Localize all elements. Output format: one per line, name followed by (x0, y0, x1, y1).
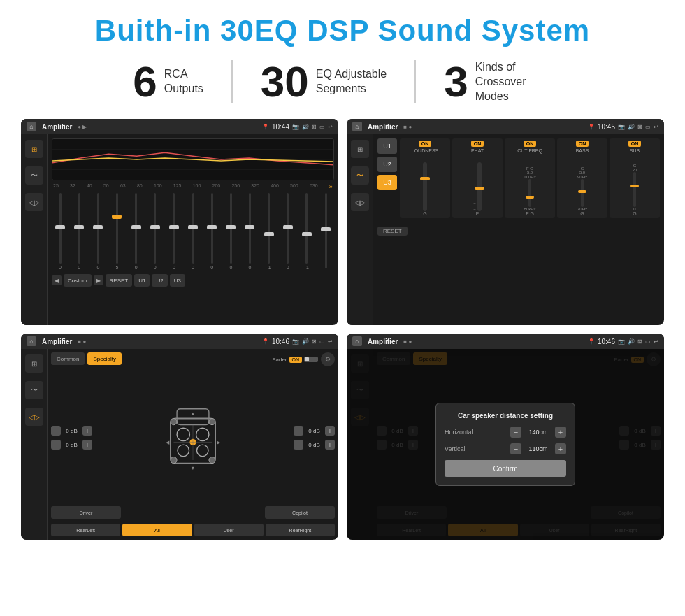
horizontal-minus-btn[interactable]: − (510, 427, 521, 438)
home-icon-4[interactable]: ⌂ (352, 336, 362, 346)
vertical-minus-btn[interactable]: − (510, 443, 521, 454)
fader-on-btn[interactable]: ON (289, 357, 303, 363)
phat-label: PHAT (471, 148, 484, 153)
right-bot-plus[interactable]: + (325, 440, 335, 450)
eq-slider-12[interactable]: -1 (261, 193, 277, 270)
eq-slider-11[interactable]: 0 (241, 193, 258, 270)
vertical-row: Vertical − 110cm + (445, 443, 566, 454)
svg-point-8 (178, 445, 189, 457)
stat-rca-label: RCAOutputs (164, 67, 203, 96)
u3-btn[interactable]: U3 (377, 175, 397, 190)
horizontal-value: 140cm (524, 429, 552, 436)
all-btn[interactable]: All (122, 524, 192, 536)
side-eq-btn-2[interactable]: ⊞ (351, 140, 369, 158)
horizontal-label: Horizontal (445, 429, 473, 436)
confirm-btn[interactable]: Confirm (445, 460, 566, 477)
location-icon-3: 📍 (262, 338, 269, 345)
wave-btn[interactable]: 〜 (25, 166, 43, 185)
specialty-tab[interactable]: Specialty (87, 352, 121, 365)
right-top-plus[interactable]: + (325, 426, 335, 436)
eq-slider-9[interactable]: 0 (203, 193, 220, 270)
speaker-layout: − 0 dB + − 0 dB + (51, 372, 335, 503)
left-top-value: 0 dB (63, 428, 80, 434)
eq-u2-btn[interactable]: U2 (152, 274, 167, 287)
eq-bottom-bar: ◀ Custom ▶ RESET U1 U2 U3 (52, 273, 334, 288)
home-icon-3[interactable]: ⌂ (27, 336, 36, 346)
loudness-on[interactable]: ON (419, 141, 432, 147)
side-wave-btn-3[interactable]: 〜 (25, 381, 43, 399)
left-bot-plus[interactable]: + (82, 440, 92, 450)
amplifier-title-1: Amplifier (42, 123, 72, 131)
home-icon-1[interactable]: ⌂ (27, 122, 36, 131)
left-bot-minus[interactable]: − (51, 440, 61, 450)
eq-slider-15[interactable] (317, 193, 334, 270)
status-bar-1: ⌂ Amplifier ● ▶ 📍 10:44 📷🔊⊠▭↩ (21, 119, 338, 134)
right-top-minus[interactable]: − (294, 426, 303, 436)
left-vol-top: − 0 dB + (51, 426, 92, 436)
eq-slider-7[interactable]: 0 (166, 193, 182, 270)
eq-custom-btn[interactable]: Custom (64, 274, 92, 287)
volume-btn[interactable]: ◁▷ (25, 193, 43, 211)
eq-slider-10[interactable]: 0 (222, 193, 239, 270)
home-icon-2[interactable]: ⌂ (352, 122, 362, 131)
eq-next-btn[interactable]: ▶ (94, 275, 103, 285)
driver-btn[interactable]: Driver (51, 506, 121, 519)
vertical-control: − 110cm + (510, 443, 566, 454)
cutfreq-on[interactable]: ON (524, 141, 537, 147)
bass-on[interactable]: ON (576, 141, 589, 147)
eq-slider-5[interactable]: 0 (128, 193, 145, 270)
side-eq-btn-3[interactable]: ⊞ (25, 354, 43, 373)
phat-slider[interactable] (477, 162, 482, 211)
speaker-tabs: Common Specialty Fader ON ⚙ (51, 352, 335, 366)
cutfreq-slider[interactable] (528, 179, 531, 207)
sub-on[interactable]: ON (628, 141, 642, 147)
stat-rca-number: 6 (133, 60, 157, 103)
eq-slider-6[interactable]: 0 (147, 193, 164, 270)
right-top-value: 0 dB (305, 428, 323, 434)
loudness-val: G (423, 211, 426, 216)
phat-val: F (476, 211, 479, 216)
loudness-slider[interactable] (423, 162, 427, 211)
eq-u1-btn[interactable]: U1 (134, 274, 150, 287)
eq-filter-btn[interactable]: ⊞ (25, 140, 43, 158)
side-vol-btn-3[interactable]: ◁▷ (25, 408, 43, 426)
eq-slider-1[interactable]: 0 (52, 193, 68, 270)
side-panel-1: ⊞ 〜 ◁▷ (21, 134, 48, 325)
phat-on[interactable]: ON (471, 141, 484, 147)
eq-slider-14[interactable]: -1 (298, 193, 315, 270)
spacer-area (123, 506, 263, 519)
user-btn[interactable]: User (194, 524, 264, 536)
copilot-btn[interactable]: Copilot (265, 506, 335, 519)
side-wave-btn-2[interactable]: 〜 (351, 166, 369, 185)
dialog-overlay: Car speaker distance setting Horizontal … (347, 349, 664, 540)
eq-reset-btn[interactable]: RESET (106, 274, 133, 287)
status-bar-3: ⌂ Amplifier ■ ● 📍 10:46 📷🔊⊠▭↩ (21, 334, 338, 349)
eq-slider-3[interactable]: 0 (89, 193, 106, 270)
bass-slider[interactable] (581, 179, 584, 207)
speaker-settings-icon[interactable]: ⚙ (321, 352, 335, 366)
eq-slider-8[interactable]: 0 (185, 193, 201, 270)
horizontal-plus-btn[interactable]: + (555, 427, 566, 438)
dialog-title: Car speaker distance setting (445, 412, 566, 420)
crossover-reset-btn[interactable]: RESET (377, 227, 408, 236)
u2-btn[interactable]: U2 (377, 157, 397, 172)
left-bot-value: 0 dB (63, 442, 80, 448)
fader-slider[interactable] (304, 357, 318, 362)
left-top-minus[interactable]: − (51, 426, 61, 436)
vertical-plus-btn[interactable]: + (555, 443, 566, 454)
sub-slider[interactable] (633, 172, 636, 207)
rearright-btn[interactable]: RearRight (266, 524, 335, 536)
rearleft-btn[interactable]: RearLeft (51, 524, 120, 536)
eq-slider-4[interactable]: 5 (108, 193, 125, 270)
u1-btn[interactable]: U1 (377, 138, 397, 154)
common-tab[interactable]: Common (51, 352, 85, 365)
eq-slider-13[interactable]: 0 (280, 193, 296, 270)
eq-slider-2[interactable]: 0 (71, 193, 87, 270)
eq-prev-btn[interactable]: ◀ (52, 275, 62, 285)
right-bot-minus[interactable]: − (294, 440, 303, 450)
side-vol-btn-2[interactable]: ◁▷ (351, 193, 369, 211)
right-volumes: − 0 dB + − 0 dB + (294, 426, 335, 450)
amplifier-title-3: Amplifier (42, 338, 72, 345)
left-top-plus[interactable]: + (82, 426, 92, 436)
eq-u3-btn[interactable]: U3 (170, 274, 185, 287)
